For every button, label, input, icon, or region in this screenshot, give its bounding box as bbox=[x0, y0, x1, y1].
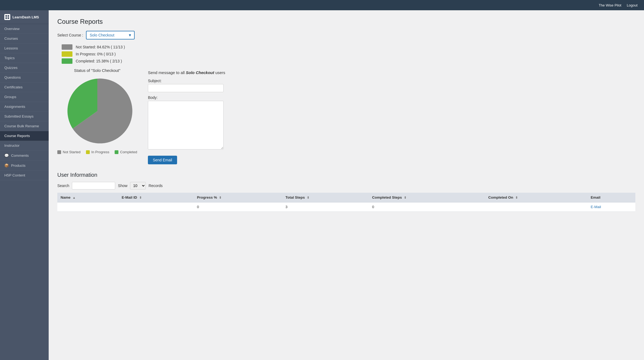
sidebar-item-label: Questions bbox=[4, 75, 21, 79]
sidebar-item-questions[interactable]: Questions bbox=[0, 73, 49, 82]
logout-link[interactable]: Logout bbox=[627, 3, 638, 7]
svg-rect-2 bbox=[5, 17, 7, 19]
sidebar-item-instructor[interactable]: Instructor bbox=[0, 141, 49, 151]
sidebar-item-label: Quizzes bbox=[4, 66, 18, 70]
sidebar-item-certificates[interactable]: Certificates bbox=[0, 82, 49, 92]
cell-completed-on bbox=[485, 202, 587, 212]
legend-label-not-started: Not Started: 84.62% ( 11/13 ) bbox=[76, 45, 125, 49]
sort-icon-completed-on: ⇕ bbox=[515, 196, 518, 199]
sidebar-item-quizzes[interactable]: Quizzes bbox=[0, 63, 49, 73]
sidebar-item-label: Comments bbox=[11, 154, 29, 158]
sidebar-item-products[interactable]: 📦 Products bbox=[0, 161, 49, 171]
sidebar-item-course-reports[interactable]: Course Reports bbox=[0, 131, 49, 141]
chart-legend-label-not-started: Not Started bbox=[63, 150, 81, 154]
sidebar: LearnDash LMS Overview Courses Lessons T… bbox=[0, 10, 49, 360]
logo-icon bbox=[4, 14, 10, 20]
chart-section: Status of "Solo Checkout" bbox=[57, 68, 137, 154]
sidebar-item-label: Products bbox=[11, 164, 25, 168]
sort-icon-total-steps: ⇕ bbox=[307, 196, 309, 199]
chart-legend: Not Started In Progress Completed bbox=[57, 150, 137, 154]
main-content: Course Reports Select Course : Solo Chec… bbox=[49, 10, 644, 360]
cell-name bbox=[57, 202, 118, 212]
legend-swatch-completed bbox=[62, 58, 72, 64]
chart-legend-swatch-in-progress bbox=[86, 150, 90, 154]
sidebar-item-groups[interactable]: Groups bbox=[0, 92, 49, 102]
svg-rect-3 bbox=[8, 17, 9, 19]
topbar: The Wise Pilot Logout bbox=[0, 0, 644, 10]
cell-email-action[interactable]: E-Mail bbox=[587, 202, 635, 212]
legend-label-completed: Completed: 15.38% ( 2/13 ) bbox=[76, 59, 122, 63]
cell-total-steps: 3 bbox=[282, 202, 369, 212]
th-email-action: Email bbox=[587, 193, 635, 202]
legend-label-in-progress: In Progress: 0% ( 0/13 ) bbox=[76, 52, 116, 56]
sidebar-item-overview[interactable]: Overview bbox=[0, 24, 49, 34]
comments-icon: 💬 bbox=[4, 153, 9, 158]
course-select-row: Select Course : Solo Checkout Another Co… bbox=[57, 31, 635, 39]
sidebar-item-label: Certificates bbox=[4, 85, 23, 89]
sidebar-item-assignments[interactable]: Assignments bbox=[0, 102, 49, 112]
svg-rect-0 bbox=[5, 15, 7, 17]
sort-icon-email: ⇕ bbox=[139, 196, 142, 199]
table-row: 0 3 0 E-Mail bbox=[57, 202, 635, 212]
cell-email bbox=[118, 202, 194, 212]
email-section: Send message to all Solo Checkout users … bbox=[148, 68, 635, 164]
sidebar-item-comments[interactable]: 💬 Comments bbox=[0, 151, 49, 161]
records-label: Records bbox=[148, 184, 162, 188]
sidebar-item-label: Instructor bbox=[4, 144, 19, 148]
sidebar-item-label: Submitted Essays bbox=[4, 114, 34, 118]
sidebar-item-course-bulk-rename[interactable]: Course Bulk Rename bbox=[0, 121, 49, 131]
charts-email-section: Status of "Solo Checkout" bbox=[57, 68, 635, 164]
sidebar-item-topics[interactable]: Topics bbox=[0, 53, 49, 63]
legend: Not Started: 84.62% ( 11/13 ) In Progres… bbox=[57, 44, 635, 64]
chart-legend-swatch-not-started bbox=[57, 150, 61, 154]
svg-rect-1 bbox=[8, 15, 9, 17]
sidebar-item-submitted-essays[interactable]: Submitted Essays bbox=[0, 112, 49, 121]
sidebar-item-h5p[interactable]: H5P Content bbox=[0, 171, 49, 180]
chart-title: Status of "Solo Checkout" bbox=[57, 68, 137, 73]
sidebar-item-label: Overview bbox=[4, 27, 19, 31]
th-completed-on[interactable]: Completed On ⇕ bbox=[485, 193, 587, 202]
course-select[interactable]: Solo Checkout Another Course bbox=[86, 31, 135, 39]
sidebar-item-label: Courses bbox=[4, 36, 18, 41]
cell-progress: 0 bbox=[194, 202, 282, 212]
sidebar-item-label: Course Bulk Rename bbox=[4, 124, 39, 128]
legend-item-completed: Completed: 15.38% ( 2/13 ) bbox=[62, 58, 635, 64]
sort-icon-completed-steps: ⇕ bbox=[404, 196, 406, 199]
legend-swatch-not-started bbox=[62, 44, 72, 50]
chart-legend-in-progress: In Progress bbox=[86, 150, 109, 154]
body-label: Body: bbox=[148, 95, 635, 100]
products-icon: 📦 bbox=[4, 163, 9, 168]
logo-svg bbox=[5, 15, 9, 19]
logo-text: LearnDash LMS bbox=[12, 15, 39, 19]
email-action-link[interactable]: E-Mail bbox=[591, 205, 601, 209]
th-completed-steps[interactable]: Completed Steps ⇕ bbox=[369, 193, 485, 202]
show-records-select[interactable]: 10 25 50 100 bbox=[130, 182, 146, 189]
send-email-button[interactable]: Send Email bbox=[148, 156, 177, 164]
email-course-name: Solo Checkout bbox=[186, 70, 214, 75]
pie-chart bbox=[62, 76, 132, 146]
email-section-title: Send message to all Solo Checkout users bbox=[148, 70, 635, 75]
cell-completed-steps: 0 bbox=[369, 202, 485, 212]
sidebar-item-lessons[interactable]: Lessons bbox=[0, 44, 49, 53]
th-email[interactable]: E-Mail ID ⇕ bbox=[118, 193, 194, 202]
subject-input[interactable] bbox=[148, 84, 224, 92]
chart-legend-completed: Completed bbox=[115, 150, 137, 154]
pie-chart-svg bbox=[62, 76, 132, 146]
user-info-table: Name ▲ E-Mail ID ⇕ Progress % ⇕ Total St… bbox=[57, 193, 635, 212]
th-progress[interactable]: Progress % ⇕ bbox=[194, 193, 282, 202]
chart-legend-label-completed: Completed bbox=[120, 150, 137, 154]
show-label: Show bbox=[118, 184, 127, 188]
legend-swatch-in-progress bbox=[62, 51, 72, 57]
legend-item-not-started: Not Started: 84.62% ( 11/13 ) bbox=[62, 44, 635, 50]
th-total-steps[interactable]: Total Steps ⇕ bbox=[282, 193, 369, 202]
sidebar-item-courses[interactable]: Courses bbox=[0, 34, 49, 44]
subject-label: Subject: bbox=[148, 79, 635, 83]
sidebar-item-label: Topics bbox=[4, 56, 15, 60]
legend-item-in-progress: In Progress: 0% ( 0/13 ) bbox=[62, 51, 635, 57]
body-textarea[interactable] bbox=[148, 101, 224, 149]
select-course-label: Select Course : bbox=[57, 33, 83, 37]
search-input[interactable] bbox=[72, 182, 115, 189]
sort-icon-name: ▲ bbox=[73, 196, 76, 199]
course-select-wrapper: Solo Checkout Another Course ▼ bbox=[86, 31, 135, 39]
th-name[interactable]: Name ▲ bbox=[57, 193, 118, 202]
